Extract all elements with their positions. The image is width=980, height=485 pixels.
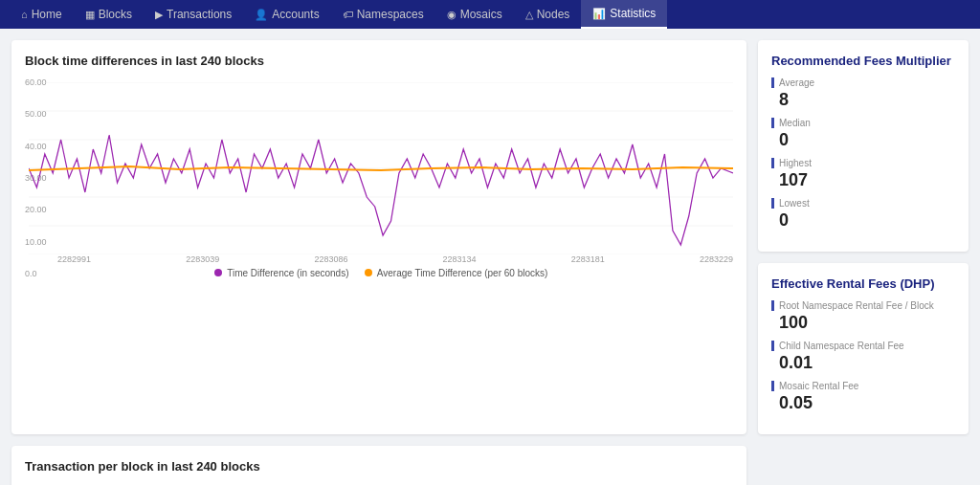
blocks-icon: ▦: [85, 0, 95, 29]
chart2-title: Transaction per block in last 240 blocks: [25, 459, 733, 474]
chart1-area: [29, 82, 733, 254]
rental-fee-mosaic: Mosaic Rental Fee 0.05: [771, 381, 955, 413]
rental-fees-card: Effective Rental Fees (DHP) Root Namespa…: [758, 263, 969, 434]
rental-fee-child: Child Namespace Rental Fee 0.01: [771, 341, 955, 373]
fee-highest: Highest 107: [771, 158, 955, 190]
nav-blocks[interactable]: ▦ Blocks: [74, 0, 144, 29]
fee-lowest: Lowest 0: [771, 198, 955, 231]
tx-per-block-chart-card: Transaction per block in last 240 blocks…: [11, 446, 746, 485]
chart1-title: Block time differences in last 240 block…: [25, 54, 733, 68]
nav-namespaces[interactable]: 🏷 Namespaces: [331, 0, 435, 29]
chart1-legend-orange-dot: [365, 269, 372, 276]
statistics-icon: 📊: [592, 0, 606, 28]
rental-fee-root: Root Namespace Rental Fee / Block 100: [771, 300, 955, 333]
nav-statistics[interactable]: 📊 Statistics: [581, 0, 667, 29]
block-time-chart-card: Block time differences in last 240 block…: [11, 40, 746, 434]
chart1-svg: [29, 82, 733, 254]
nodes-icon: △: [525, 0, 533, 29]
nav-nodes[interactable]: △ Nodes: [514, 0, 582, 29]
chart1-legend: Time Difference (in seconds) Average Tim…: [29, 268, 733, 278]
recommended-fees-card: Recommended Fees Multiplier Average 8 Me…: [758, 40, 969, 252]
nav-accounts[interactable]: 👤 Accounts: [243, 0, 330, 29]
namespaces-icon: 🏷: [343, 0, 353, 29]
main-content: Block time differences in last 240 block…: [0, 29, 980, 485]
nav-home[interactable]: ⌂ Home: [10, 0, 74, 29]
home-icon: ⌂: [21, 0, 28, 29]
nav-mosaics[interactable]: ◉ Mosaics: [435, 0, 514, 29]
main-nav: ⌂ Home ▦ Blocks ▶ Transactions 👤 Account…: [0, 0, 980, 29]
transactions-icon: ▶: [155, 0, 163, 29]
mosaics-icon: ◉: [447, 0, 457, 29]
chart1-legend-purple-dot: [214, 269, 222, 276]
fee-average: Average 8: [771, 77, 955, 110]
nav-transactions[interactable]: ▶ Transactions: [144, 0, 243, 29]
accounts-icon: 👤: [255, 0, 268, 29]
fees-title: Recommended Fees Multiplier: [771, 54, 955, 68]
chart1-x-axis: 2282991 2283039 2283086 2283134 2283181 …: [29, 254, 733, 264]
right-column: Recommended Fees Multiplier Average 8 Me…: [758, 40, 969, 434]
fee-median: Median 0: [771, 118, 955, 150]
rental-fees-title: Effective Rental Fees (DHP): [771, 276, 955, 291]
